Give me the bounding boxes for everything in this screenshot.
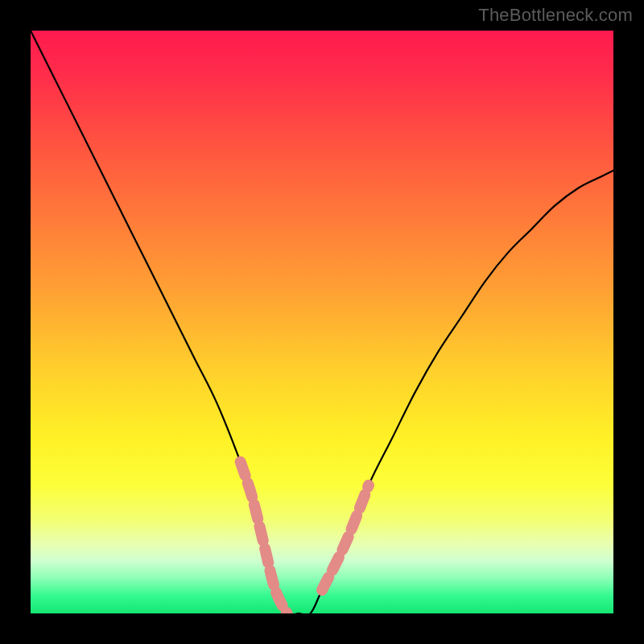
chart-frame: TheBottleneck.com bbox=[0, 0, 644, 644]
watermark-text: TheBottleneck.com bbox=[478, 5, 633, 26]
plot-area bbox=[31, 31, 613, 613]
highlight-right-dash bbox=[322, 485, 369, 590]
bottleneck-curve-path bbox=[31, 31, 613, 613]
highlight-left-dash bbox=[241, 462, 287, 613]
curve-layer bbox=[31, 31, 613, 613]
